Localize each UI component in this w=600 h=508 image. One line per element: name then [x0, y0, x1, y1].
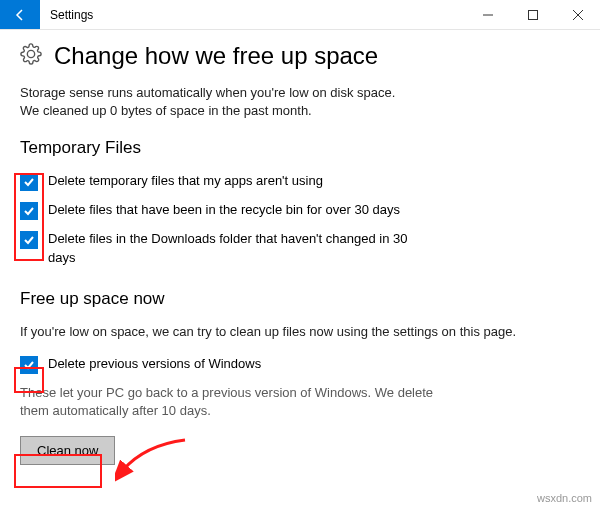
titlebar: Settings — [0, 0, 600, 30]
section-title-free-up: Free up space now — [20, 289, 580, 309]
desc-line-2: We cleaned up 0 bytes of space in the pa… — [20, 103, 312, 118]
clean-now-button[interactable]: Clean now — [20, 436, 115, 465]
window-controls — [465, 0, 600, 29]
prev-windows-subtext: These let your PC go back to a previous … — [20, 384, 440, 420]
section-title-temp-files: Temporary Files — [20, 138, 580, 158]
back-arrow-icon — [12, 7, 28, 23]
label-temp-files: Delete temporary files that my apps aren… — [48, 172, 323, 190]
desc-line-1: Storage sense runs automatically when yo… — [20, 85, 395, 100]
checkmark-icon — [22, 358, 36, 372]
checkbox-recycle-bin[interactable] — [20, 202, 38, 220]
checkmark-icon — [22, 175, 36, 189]
minimize-button[interactable] — [465, 0, 510, 29]
label-prev-windows: Delete previous versions of Windows — [48, 355, 261, 373]
svg-rect-1 — [528, 10, 537, 19]
option-delete-recycle-bin: Delete files that have been in the recyc… — [20, 201, 580, 220]
checkbox-prev-windows[interactable] — [20, 356, 38, 374]
free-up-description: If you're low on space, we can try to cl… — [20, 323, 580, 341]
label-recycle-bin: Delete files that have been in the recyc… — [48, 201, 400, 219]
section-free-up-space: Free up space now If you're low on space… — [20, 289, 580, 466]
watermark: wsxdn.com — [537, 492, 592, 504]
maximize-button[interactable] — [510, 0, 555, 29]
page-header: Change how we free up space — [20, 42, 580, 70]
checkbox-downloads[interactable] — [20, 231, 38, 249]
page-content: Change how we free up space Storage sens… — [0, 30, 600, 485]
option-delete-downloads: Delete files in the Downloads folder tha… — [20, 230, 580, 266]
close-icon — [573, 10, 583, 20]
page-title: Change how we free up space — [54, 42, 378, 70]
label-downloads: Delete files in the Downloads folder tha… — [48, 230, 428, 266]
minimize-icon — [483, 10, 493, 20]
checkbox-temp-files[interactable] — [20, 173, 38, 191]
checkmark-icon — [22, 204, 36, 218]
maximize-icon — [528, 10, 538, 20]
back-button[interactable] — [0, 0, 40, 29]
checkmark-icon — [22, 233, 36, 247]
close-button[interactable] — [555, 0, 600, 29]
window-title: Settings — [40, 0, 465, 29]
gear-icon — [20, 43, 42, 69]
option-delete-prev-windows: Delete previous versions of Windows — [20, 355, 580, 374]
page-description: Storage sense runs automatically when yo… — [20, 84, 580, 120]
option-delete-temp-files: Delete temporary files that my apps aren… — [20, 172, 580, 191]
